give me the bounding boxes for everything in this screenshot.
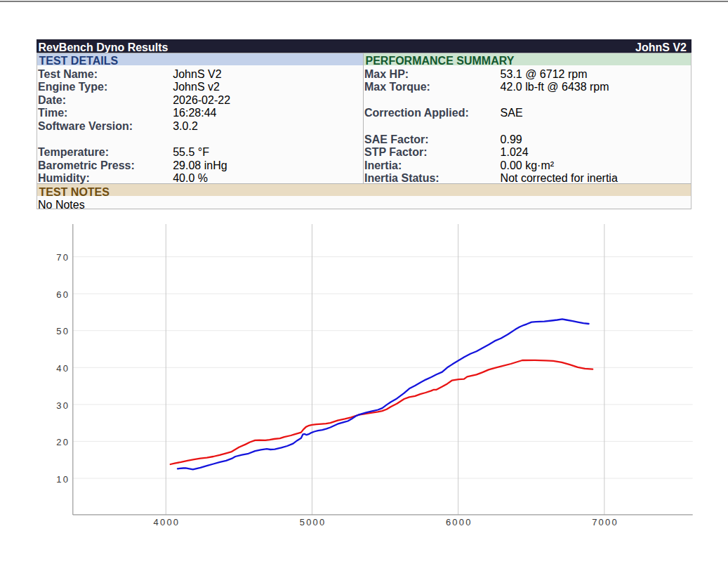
svg-text:5000: 5000 (300, 517, 326, 527)
svg-text:7000: 7000 (592, 517, 618, 527)
svg-text:30: 30 (56, 400, 70, 411)
svg-text:50: 50 (56, 326, 70, 336)
svg-text:20: 20 (56, 437, 70, 447)
svg-text:70: 70 (56, 252, 70, 263)
svg-text:6000: 6000 (446, 517, 472, 527)
svg-text:60: 60 (56, 289, 70, 300)
svg-text:4000: 4000 (154, 517, 180, 527)
svg-text:10: 10 (56, 474, 70, 485)
svg-text:40: 40 (56, 363, 70, 374)
